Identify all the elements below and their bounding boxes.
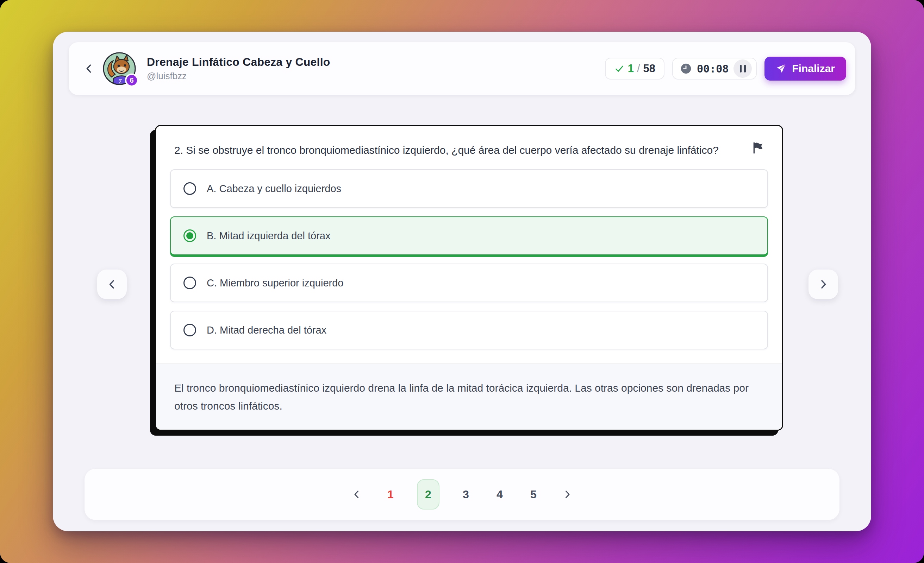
flag-icon [751,141,765,155]
clock-icon [680,63,692,75]
option-d[interactable]: D. Mitad derecha del tórax [170,311,768,349]
avatar[interactable]: Σ 6 [102,52,136,85]
pagination-bar: 1 2 3 4 5 [84,469,840,520]
total-count: 58 [644,62,656,75]
username: @luisfbzz [147,71,330,82]
radio-unchecked-icon [183,277,196,289]
question-card: 2. Si se obstruye el tronco bronquiomedi… [155,125,783,431]
option-a[interactable]: A. Cabeza y cuello izquierdos [170,169,768,208]
radio-checked-icon [183,229,196,242]
chevron-left-icon [351,488,363,500]
option-a-label: A. Cabeza y cuello izquierdos [207,183,341,195]
flag-question-button[interactable] [751,140,766,156]
question-header: 2. Si se obstruye el tronco bronquiomedi… [156,126,782,168]
radio-unchecked-icon [183,324,196,336]
quiz-app-window: Σ 6 Drenaje Linfático Cabeza y Cuello @l… [53,31,871,532]
header-bar: Σ 6 Drenaje Linfático Cabeza y Cuello @l… [69,42,855,95]
pager-prev-button[interactable] [350,487,364,502]
progress-separator: / [637,62,640,75]
pager-next-button[interactable] [560,487,574,502]
timer-value: 00:08 [697,63,729,75]
option-b-selected[interactable]: B. Mitad izquierda del tórax [170,216,768,255]
options-list: A. Cabeza y cuello izquierdos B. Mitad i… [156,168,782,364]
timer-pill: 00:08 [672,58,757,79]
check-icon [614,63,625,74]
option-b-label: B. Mitad izquierda del tórax [207,230,330,242]
page-1-button[interactable]: 1 [383,488,398,501]
back-button[interactable] [80,60,98,78]
option-c[interactable]: C. Miembro superior izquierdo [170,264,768,302]
page-2-button-active[interactable]: 2 [417,479,440,509]
pause-button[interactable] [734,60,752,78]
title-block: Drenaje Linfático Cabeza y Cuello @luisf… [147,55,330,82]
progress-pill: 1 / 58 [605,58,664,79]
quiz-title: Drenaje Linfático Cabeza y Cuello [147,55,330,69]
question-text: 2. Si se obstruye el tronco bronquiomedi… [174,141,729,159]
option-d-label: D. Mitad derecha del tórax [207,325,326,336]
level-badge: 6 [125,73,138,87]
screen-background: Σ 6 Drenaje Linfático Cabeza y Cuello @l… [0,0,924,563]
chevron-right-icon [561,488,573,500]
finish-label: Finalizar [792,63,835,75]
page-3-button[interactable]: 3 [459,488,473,501]
next-question-button[interactable] [808,270,838,299]
answered-count: 1 [628,62,634,75]
explanation-panel: El tronco bronquiomediastínico izquierdo… [156,364,782,430]
option-c-label: C. Miembro superior izquierdo [207,277,344,289]
chevron-left-icon [83,63,95,75]
pause-icon [740,65,742,72]
finish-button[interactable]: Finalizar [765,57,846,81]
prev-question-button[interactable] [97,270,127,299]
page-5-button[interactable]: 5 [526,488,541,501]
page-4-button[interactable]: 4 [492,488,507,501]
chevron-right-icon [817,278,830,291]
explanation-text: El tronco bronquiomediastínico izquierdo… [174,379,764,415]
radio-unchecked-icon [183,182,196,195]
chevron-left-icon [105,278,118,291]
send-icon [776,63,786,74]
